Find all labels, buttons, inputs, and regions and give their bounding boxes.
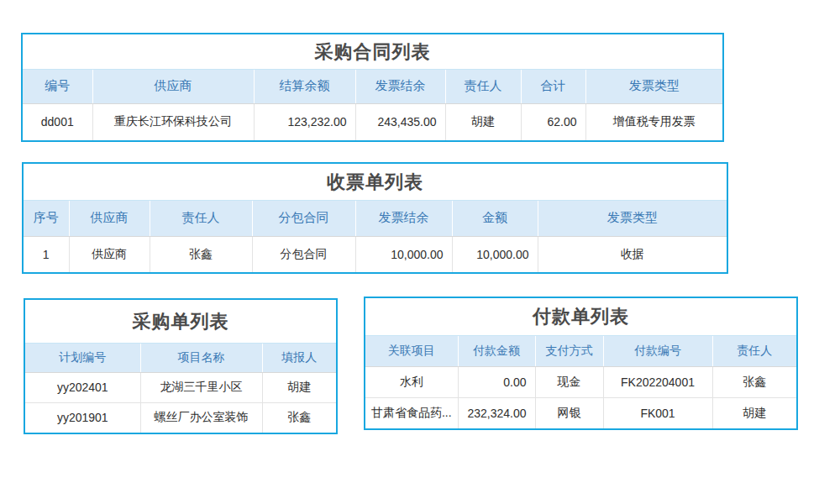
cell-invoice-balance: 10,000.00 [355,236,452,272]
header-row: 序号 供应商 责任人 分包合同 发票结余 金额 发票类型 [24,201,727,236]
col-total: 合计 [521,70,585,103]
col-seq: 序号 [24,201,69,236]
col-payment-method: 支付方式 [535,336,603,366]
cell-payment-amount: 232,324.00 [458,397,535,428]
cell-project-name: 螺丝厂办公室装饰 [140,402,262,433]
col-related-project: 关联项目 [365,336,458,366]
cell-number: dd001 [23,103,92,140]
col-invoice-balance: 发票结余 [355,201,452,236]
col-responsible: 责任人 [712,336,796,366]
header-row: 计划编号 项目名称 填报人 [25,344,336,372]
purchase-contract-table: 采购合同列表 编号 供应商 结算余额 发票结余 责任人 合计 发票类型 [21,33,724,142]
col-supplier: 供应商 [92,70,254,103]
cell-invoice-balance: 243,435.00 [355,103,445,140]
cell-supplier: 重庆长江环保科技公司 [92,103,254,140]
cell-project-name: 龙湖三千里小区 [140,372,262,402]
header-row: 编号 供应商 结算余额 发票结余 责任人 合计 发票类型 [23,70,722,103]
cell-total: 62.00 [521,103,585,140]
col-responsible: 责任人 [150,201,252,236]
receipt-list-title: 收票单列表 [24,164,727,201]
cell-related-project: 水利 [365,366,458,397]
receipt-list-table: 收票单列表 序号 供应商 责任人 分包合同 发票结余 金额 发票类型 [22,162,728,274]
purchase-order-table: 采购单列表 计划编号 项目名称 填报人 yy202401 龙湖三千里小区 胡建 [24,298,338,434]
purchase-order-title: 采购单列表 [25,300,336,344]
table-row[interactable]: 甘肃省食品药... 232,324.00 网银 FK001 胡建 [365,397,796,428]
cell-responsible: 胡建 [445,103,521,140]
cell-supplier: 供应商 [69,236,150,272]
cell-payment-method: 现金 [535,366,603,397]
col-responsible: 责任人 [445,70,521,103]
payment-list-title: 付款单列表 [365,298,796,336]
cell-subcontract: 分包合同 [252,236,355,272]
table-row[interactable]: dd001 重庆长江环保科技公司 123,232.00 243,435.00 胡… [23,103,722,140]
col-invoice-type: 发票类型 [538,201,727,236]
cell-payment-number: FK202204001 [603,366,712,397]
col-amount: 金额 [452,201,538,236]
table-row[interactable]: 水利 0.00 现金 FK202204001 张鑫 [365,366,796,397]
col-settlement-balance: 结算余额 [254,70,355,103]
cell-invoice-type: 收据 [538,236,727,272]
table-row[interactable]: yy202401 龙湖三千里小区 胡建 [25,372,336,402]
col-invoice-balance: 发票结余 [355,70,445,103]
cell-invoice-type: 增值税专用发票 [585,103,722,140]
col-plan-number: 计划编号 [25,344,140,372]
cell-filler: 胡建 [262,372,336,402]
cell-plan-number: yy201901 [25,402,140,433]
cell-related-project: 甘肃省食品药... [365,397,458,428]
header-row: 关联项目 付款金额 支付方式 付款编号 责任人 [365,336,796,366]
cell-payment-amount: 0.00 [458,366,535,397]
payment-list-table: 付款单列表 关联项目 付款金额 支付方式 付款编号 责任人 水利 0.00 [364,297,798,430]
cell-settlement-balance: 123,232.00 [254,103,355,140]
cell-responsible: 胡建 [712,397,796,428]
table-row[interactable]: yy201901 螺丝厂办公室装饰 张鑫 [25,402,336,433]
cell-responsible: 张鑫 [150,236,252,272]
table-row[interactable]: 1 供应商 张鑫 分包合同 10,000.00 10,000.00 收据 [24,236,727,272]
purchase-contract-title: 采购合同列表 [23,34,722,70]
col-supplier: 供应商 [69,201,150,236]
cell-plan-number: yy202401 [25,372,140,402]
col-project-name: 项目名称 [140,344,262,372]
col-number: 编号 [23,70,92,103]
col-payment-amount: 付款金额 [458,336,535,366]
dashboard-screen: 采购合同列表 编号 供应商 结算余额 发票结余 责任人 合计 发票类型 [0,0,840,504]
col-subcontract: 分包合同 [252,201,355,236]
col-payment-number: 付款编号 [603,336,712,366]
cell-seq: 1 [24,236,69,272]
cell-responsible: 张鑫 [712,366,796,397]
cell-payment-method: 网银 [535,397,603,428]
col-invoice-type: 发票类型 [585,70,722,103]
col-filler: 填报人 [262,344,336,372]
cell-payment-number: FK001 [603,397,712,428]
cell-amount: 10,000.00 [452,236,538,272]
cell-filler: 张鑫 [262,402,336,433]
